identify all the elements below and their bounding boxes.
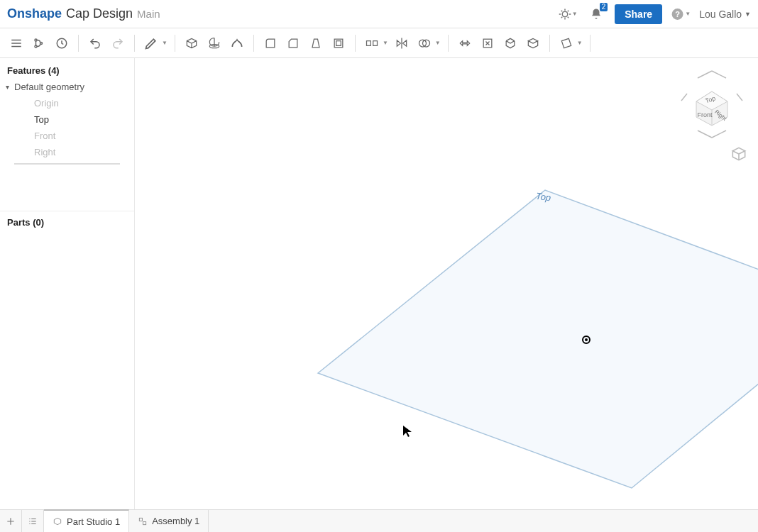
view-cube[interactable]: Top Front Right bbox=[673, 65, 751, 143]
main-area: Features (4) ▾ Default geometry Origin T… bbox=[0, 58, 758, 509]
rollback-bar[interactable] bbox=[14, 163, 120, 165]
user-menu[interactable]: Lou Gallo ▼ bbox=[699, 9, 751, 20]
toolbar: ▼ ▼ ▼ ▼ bbox=[0, 28, 758, 58]
svg-point-4 bbox=[35, 45, 37, 48]
help-icon[interactable]: ? ▼ bbox=[671, 4, 691, 24]
tab-label: Assembly 1 bbox=[152, 516, 199, 526]
cursor-icon bbox=[402, 425, 412, 438]
svg-rect-9 bbox=[336, 40, 341, 45]
svg-rect-21 bbox=[139, 518, 142, 521]
redo-button[interactable] bbox=[107, 33, 128, 54]
svg-point-5 bbox=[40, 42, 43, 44]
svg-marker-15 bbox=[318, 190, 758, 488]
svg-point-0 bbox=[562, 11, 568, 17]
chevron-down-icon: ▼ bbox=[745, 11, 751, 18]
parts-header[interactable]: Parts (0) bbox=[0, 211, 134, 509]
plane-label: Top bbox=[535, 191, 551, 204]
tab-label: Part Studio 1 bbox=[67, 516, 120, 527]
undo-button[interactable] bbox=[84, 33, 106, 54]
chevron-down-icon[interactable]: ▼ bbox=[383, 40, 388, 46]
extrude-button[interactable] bbox=[181, 33, 202, 54]
default-geometry-row[interactable]: ▾ Default geometry bbox=[0, 79, 134, 95]
graphics-canvas[interactable]: Top Top Front Ri bbox=[135, 58, 758, 509]
cube-front-label: Front bbox=[697, 111, 713, 118]
transform-button[interactable] bbox=[454, 33, 476, 54]
plane-button[interactable] bbox=[556, 33, 577, 54]
add-tab-button[interactable] bbox=[0, 510, 22, 532]
draft-button[interactable] bbox=[305, 33, 326, 54]
tabs-bar: Part Studio 1 Assembly 1 bbox=[0, 509, 758, 532]
branch-name[interactable]: Main bbox=[137, 8, 160, 20]
sweep-button[interactable] bbox=[226, 33, 248, 54]
import-button[interactable] bbox=[522, 33, 544, 54]
svg-rect-11 bbox=[373, 40, 378, 45]
history-icon[interactable] bbox=[51, 33, 72, 54]
features-header[interactable]: Features (4) bbox=[0, 62, 134, 79]
pattern-button[interactable] bbox=[361, 33, 383, 54]
boolean-button[interactable] bbox=[414, 33, 435, 54]
version-graph-icon[interactable] bbox=[28, 33, 50, 54]
svg-text:?: ? bbox=[675, 9, 680, 18]
logo: Onshape bbox=[7, 6, 62, 21]
chevron-down-icon[interactable]: ▼ bbox=[162, 40, 167, 46]
shell-button[interactable] bbox=[328, 33, 349, 54]
notification-badge: 2 bbox=[600, 3, 608, 11]
app-header: Onshape Cap Design Main ▼ 2 Share ? ▼ Lo… bbox=[0, 0, 758, 28]
move-face-button[interactable] bbox=[500, 33, 521, 54]
document-title[interactable]: Cap Design bbox=[66, 6, 133, 21]
feature-top[interactable]: Top bbox=[0, 111, 134, 128]
chevron-down-icon[interactable]: ▼ bbox=[577, 40, 583, 46]
chevron-down-icon: ▾ bbox=[6, 83, 14, 91]
revolve-button[interactable] bbox=[204, 33, 225, 54]
feature-right[interactable]: Right bbox=[0, 144, 134, 160]
share-button[interactable]: Share bbox=[615, 4, 662, 24]
mirror-button[interactable] bbox=[391, 33, 412, 54]
assembly-icon bbox=[138, 516, 148, 526]
svg-point-3 bbox=[35, 39, 37, 41]
delete-face-button[interactable] bbox=[477, 33, 498, 54]
feature-origin[interactable]: Origin bbox=[0, 95, 134, 111]
default-geometry-label: Default geometry bbox=[14, 82, 84, 92]
top-plane[interactable] bbox=[135, 58, 758, 509]
notifications-icon[interactable]: 2 bbox=[586, 4, 606, 24]
fillet-button[interactable] bbox=[260, 33, 281, 54]
origin-point[interactable] bbox=[581, 335, 591, 345]
tab-list-button[interactable] bbox=[22, 510, 44, 532]
chamfer-button[interactable] bbox=[282, 33, 304, 54]
menu-icon[interactable] bbox=[6, 33, 27, 54]
feature-front[interactable]: Front bbox=[0, 128, 134, 144]
user-name: Lou Gallo bbox=[699, 9, 742, 20]
svg-point-17 bbox=[585, 338, 588, 341]
part-studio-icon bbox=[53, 516, 62, 526]
svg-rect-8 bbox=[334, 39, 343, 48]
view-mode-icon[interactable] bbox=[730, 145, 751, 166]
svg-rect-22 bbox=[143, 521, 146, 524]
chevron-down-icon[interactable]: ▼ bbox=[435, 40, 441, 46]
bug-icon[interactable]: ▼ bbox=[558, 4, 578, 24]
tab-assembly-1[interactable]: Assembly 1 bbox=[129, 510, 209, 532]
tab-part-studio-1[interactable]: Part Studio 1 bbox=[44, 509, 129, 532]
sketch-button[interactable] bbox=[141, 33, 162, 54]
svg-rect-10 bbox=[366, 40, 370, 45]
feature-sidebar: Features (4) ▾ Default geometry Origin T… bbox=[0, 58, 135, 509]
